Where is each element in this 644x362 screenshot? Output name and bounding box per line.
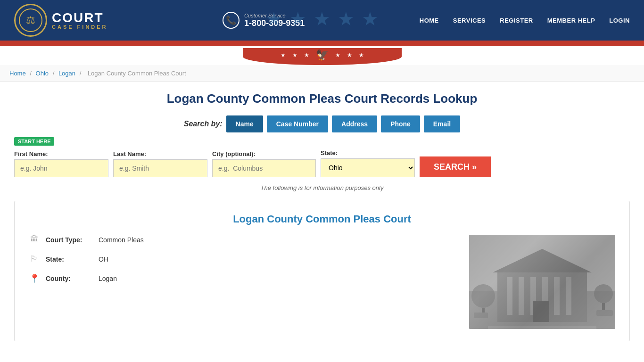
svg-rect-11 bbox=[493, 322, 592, 326]
main-content: Logan County Common Pleas Court Records … bbox=[0, 82, 644, 351]
search-by-row: Search by: Name Case Number Address Phon… bbox=[14, 115, 630, 132]
county-icon: 📍 bbox=[29, 273, 40, 284]
nav-services[interactable]: SERVICES bbox=[453, 17, 486, 24]
court-type-label: Court Type: bbox=[46, 236, 93, 244]
start-here-badge: START HERE bbox=[14, 137, 54, 146]
page-header: ★ ★ ★ ★ ★ ⚖ COURT CASE FINDER 📞 Customer… bbox=[0, 0, 644, 41]
state-row: 🏳 State: OH bbox=[29, 254, 455, 264]
star-left-2: ★ bbox=[292, 52, 297, 58]
header-star-1: ★ bbox=[265, 8, 282, 30]
svg-rect-5 bbox=[519, 277, 524, 315]
tab-email[interactable]: Email bbox=[424, 115, 460, 132]
first-name-input[interactable] bbox=[14, 159, 108, 177]
city-input[interactable] bbox=[212, 159, 316, 177]
svg-rect-17 bbox=[474, 313, 488, 318]
state-label: State: bbox=[321, 149, 415, 156]
tab-phone[interactable]: Phone bbox=[381, 115, 420, 132]
svg-point-13 bbox=[471, 284, 495, 308]
star-right-2: ★ bbox=[347, 52, 352, 58]
state-group: State: Ohio Alabama Alaska Arizona Arkan… bbox=[321, 149, 415, 177]
header-star-5: ★ bbox=[362, 8, 379, 30]
logo-icon: ⚖ bbox=[19, 8, 42, 32]
first-name-group: First Name: bbox=[14, 150, 108, 177]
court-building-svg bbox=[469, 235, 615, 329]
court-image bbox=[469, 235, 615, 329]
nav-home[interactable]: HOME bbox=[420, 17, 439, 24]
last-name-label: Last Name: bbox=[113, 150, 207, 157]
last-name-input[interactable] bbox=[113, 159, 207, 177]
nav-member-help[interactable]: MEMBER HELP bbox=[547, 17, 595, 24]
court-details-left: 🏛 Court Type: Common Pleas 🏳 State: OH 📍… bbox=[29, 235, 455, 329]
tab-case-number[interactable]: Case Number bbox=[267, 115, 328, 132]
state-label-detail: State: bbox=[46, 255, 93, 263]
court-type-value: Common Pleas bbox=[99, 236, 144, 244]
star-left-3: ★ bbox=[304, 52, 309, 58]
star-right-3: ★ bbox=[359, 52, 364, 58]
county-row: 📍 County: Logan bbox=[29, 273, 455, 284]
county-label: County: bbox=[46, 275, 93, 282]
svg-rect-9 bbox=[566, 277, 571, 315]
state-select[interactable]: Ohio Alabama Alaska Arizona Arkansas Cal… bbox=[321, 158, 415, 177]
main-nav: HOME SERVICES REGISTER MEMBER HELP LOGIN bbox=[420, 17, 630, 24]
search-section: Search by: Name Case Number Address Phon… bbox=[14, 115, 630, 177]
last-name-group: Last Name: bbox=[113, 150, 207, 177]
eagle-banner: ★ ★ ★ 🦅 ★ ★ ★ bbox=[0, 46, 644, 65]
breadcrumb-current: Logan County Common Pleas Court bbox=[88, 70, 186, 77]
info-note: The following is for information purpose… bbox=[14, 184, 630, 191]
svg-rect-18 bbox=[596, 310, 613, 316]
court-info-title: Logan County Common Pleas Court bbox=[29, 213, 615, 225]
star-right-1: ★ bbox=[335, 52, 340, 58]
search-fields: First Name: Last Name: City (optional): … bbox=[14, 149, 630, 177]
state-icon: 🏳 bbox=[29, 254, 40, 264]
breadcrumb-logan[interactable]: Logan bbox=[58, 70, 75, 77]
logo-court-text: COURT bbox=[52, 11, 108, 25]
header-star-3: ★ bbox=[314, 8, 330, 30]
logo-case-finder-text: CASE FINDER bbox=[52, 25, 108, 30]
logo-text: COURT CASE FINDER bbox=[52, 11, 108, 30]
search-button[interactable]: SEARCH » bbox=[420, 156, 491, 177]
eagle-container: ★ ★ ★ 🦅 ★ ★ ★ bbox=[243, 48, 402, 65]
svg-rect-10 bbox=[533, 301, 549, 324]
logo-circle: ⚖ bbox=[14, 4, 47, 37]
header-star-2: ★ bbox=[289, 8, 306, 30]
court-details: 🏛 Court Type: Common Pleas 🏳 State: OH 📍… bbox=[29, 235, 615, 329]
breadcrumb-ohio[interactable]: Ohio bbox=[36, 70, 49, 77]
breadcrumb-home[interactable]: Home bbox=[9, 70, 26, 77]
header-stars-decoration: ★ ★ ★ ★ ★ bbox=[228, 0, 416, 38]
logo-area: ⚖ COURT CASE FINDER bbox=[14, 4, 108, 37]
svg-point-15 bbox=[594, 284, 613, 303]
court-type-row: 🏛 Court Type: Common Pleas bbox=[29, 235, 455, 245]
red-stripe-top bbox=[0, 41, 644, 46]
city-group: City (optional): bbox=[212, 150, 316, 177]
nav-register[interactable]: REGISTER bbox=[500, 17, 533, 24]
court-type-icon: 🏛 bbox=[29, 235, 40, 245]
svg-rect-4 bbox=[507, 277, 512, 315]
city-label: City (optional): bbox=[212, 150, 316, 157]
nav-login[interactable]: LOGIN bbox=[609, 17, 630, 24]
breadcrumb-sep-3: / bbox=[80, 70, 83, 77]
svg-rect-8 bbox=[554, 277, 560, 315]
breadcrumb-sep-1: / bbox=[30, 70, 33, 77]
header-star-4: ★ bbox=[338, 8, 355, 30]
state-value: OH bbox=[99, 255, 108, 263]
breadcrumb: Home / Ohio / Logan / Logan County Commo… bbox=[0, 65, 644, 82]
svg-rect-12 bbox=[488, 326, 596, 329]
court-info-box: Logan County Common Pleas Court 🏛 Court … bbox=[14, 201, 630, 341]
page-title: Logan County Common Pleas Court Records … bbox=[14, 91, 630, 106]
eagle-icon: 🦅 bbox=[316, 49, 329, 61]
county-value: Logan bbox=[99, 275, 117, 282]
tab-address[interactable]: Address bbox=[332, 115, 377, 132]
first-name-label: First Name: bbox=[14, 150, 108, 157]
breadcrumb-sep-2: / bbox=[53, 70, 56, 77]
search-by-label: Search by: bbox=[184, 120, 223, 128]
tab-name[interactable]: Name bbox=[226, 115, 263, 132]
search-form-area: START HERE First Name: Last Name: City (… bbox=[14, 137, 630, 177]
star-left-1: ★ bbox=[281, 52, 286, 58]
